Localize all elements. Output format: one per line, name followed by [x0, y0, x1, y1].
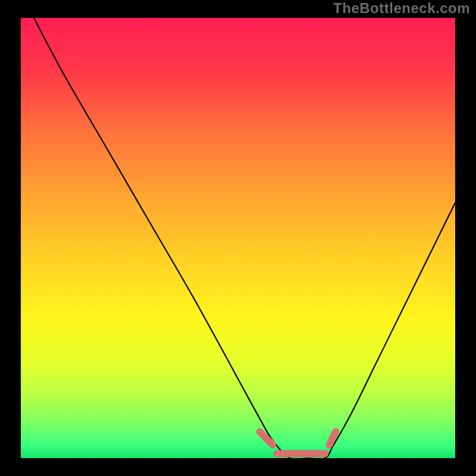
curve-layer [21, 18, 455, 458]
highlight-markers [260, 432, 336, 454]
bottleneck-curve [34, 18, 455, 458]
plot-area [21, 18, 455, 458]
chart-frame: TheBottleneck.com [0, 0, 476, 476]
highlight-segment [260, 432, 273, 445]
watermark-text: TheBottleneck.com [333, 0, 470, 17]
